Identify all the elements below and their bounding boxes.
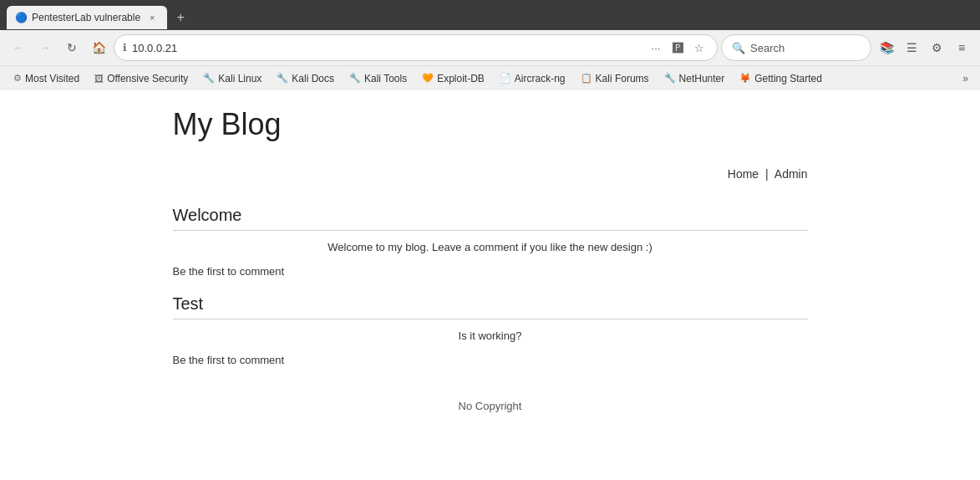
refresh-button[interactable]: ↻ [60, 36, 84, 59]
url-display: 10.0.0.21 [132, 42, 642, 54]
bookmarks-bar: ⚙ Most Visited 🖼 Offensive Security 🔧 Ka… [0, 65, 980, 90]
tab-bar: 🔵 PentesterLab vulnerable × + [0, 0, 980, 30]
nethunter-icon: 🔧 [664, 73, 676, 84]
new-tab-button[interactable]: + [170, 8, 190, 28]
post-test-comment: Be the first to comment [173, 354, 808, 366]
nethunter-label: NetHunter [679, 73, 725, 84]
getting-started-icon: 🦊 [739, 73, 751, 84]
post-welcome-title: Welcome [173, 206, 808, 231]
post-welcome: Welcome Welcome to my blog. Leave a comm… [173, 206, 808, 278]
page-content: My Blog Home | Admin Welcome Welcome to … [0, 90, 980, 480]
home-nav-link[interactable]: Home [728, 167, 759, 181]
most-visited-icon: ⚙ [13, 73, 22, 84]
bookmark-kali-docs[interactable]: 🔧 Kali Docs [270, 70, 341, 87]
nav-separator: | [765, 167, 769, 181]
kali-forums-icon: 📋 [581, 73, 592, 84]
back-button[interactable]: ← [7, 36, 30, 59]
post-welcome-body: Welcome to my blog. Leave a comment if y… [173, 241, 808, 253]
sidebar-button[interactable]: ☰ [900, 36, 923, 59]
getting-started-label: Getting Started [754, 73, 822, 84]
kali-tools-icon: 🔧 [349, 73, 361, 84]
bookmark-getting-started[interactable]: 🦊 Getting Started [733, 70, 829, 87]
kali-docs-icon: 🔧 [277, 73, 288, 84]
more-options-button[interactable]: ··· [647, 38, 665, 57]
bookmark-exploit-db[interactable]: 🧡 Exploit-DB [415, 70, 491, 87]
tab-favicon: 🔵 [15, 12, 27, 23]
blog-navigation: Home | Admin [173, 167, 808, 181]
post-test-title: Test [173, 294, 808, 319]
bookmarks-more-button[interactable]: » [957, 70, 973, 87]
address-actions: ··· 🅿 ☆ [647, 38, 708, 57]
bookmark-offensive-security[interactable]: 🖼 Offensive Security [88, 70, 195, 87]
kali-forums-label: Kali Forums [596, 73, 649, 84]
blog-container: My Blog Home | Admin Welcome Welcome to … [173, 90, 808, 437]
exploit-db-icon: 🧡 [422, 73, 434, 84]
bookmark-button[interactable]: ☆ [690, 38, 708, 57]
search-placeholder: Search [750, 42, 785, 54]
post-test: Test Is it working? Be the first to comm… [173, 294, 808, 366]
post-test-body: Is it working? [173, 329, 808, 342]
menu-button[interactable]: ≡ [950, 36, 973, 59]
bookmark-kali-forums[interactable]: 📋 Kali Forums [574, 70, 656, 87]
bookmark-kali-linux[interactable]: 🔧 Kali Linux [196, 70, 268, 87]
customize-button[interactable]: ⚙ [925, 36, 948, 59]
blog-title: My Blog [173, 107, 808, 151]
offensive-security-label: Offensive Security [107, 73, 188, 84]
most-visited-label: Most Visited [25, 73, 79, 84]
kali-linux-label: Kali Linux [218, 73, 262, 84]
bookmark-kali-tools[interactable]: 🔧 Kali Tools [343, 70, 414, 87]
aircrack-ng-icon: 📄 [500, 73, 511, 84]
kali-linux-icon: 🔧 [203, 73, 215, 84]
forward-button[interactable]: → [33, 36, 57, 59]
bookmark-aircrack-ng[interactable]: 📄 Aircrack-ng [493, 70, 572, 87]
address-bar[interactable]: ℹ 10.0.0.21 ··· 🅿 ☆ [114, 34, 718, 61]
bookmark-most-visited[interactable]: ⚙ Most Visited [7, 70, 86, 87]
library-button[interactable]: 📚 [875, 36, 898, 59]
nav-bar: ← → ↻ 🏠 ℹ 10.0.0.21 ··· 🅿 ☆ 🔍 Search 📚 ☰… [0, 30, 980, 65]
exploit-db-label: Exploit-DB [437, 73, 485, 84]
pocket-button[interactable]: 🅿 [668, 38, 687, 57]
offensive-security-icon: 🖼 [94, 74, 104, 84]
toolbar-buttons: 📚 ☰ ⚙ ≡ [875, 36, 973, 59]
search-icon: 🔍 [732, 42, 745, 54]
home-button[interactable]: 🏠 [87, 36, 110, 59]
aircrack-ng-label: Aircrack-ng [515, 73, 566, 84]
address-info-icon: ℹ [123, 42, 127, 54]
active-tab[interactable]: 🔵 PentesterLab vulnerable × [7, 6, 167, 29]
browser-chrome: 🔵 PentesterLab vulnerable × + ← → ↻ 🏠 ℹ … [0, 0, 980, 480]
search-bar[interactable]: 🔍 Search [721, 34, 871, 61]
bookmark-nethunter[interactable]: 🔧 NetHunter [658, 70, 732, 87]
blog-footer: No Copyright [173, 383, 808, 421]
tab-close-button[interactable]: × [145, 11, 159, 24]
tab-title: PentesterLab vulnerable [32, 12, 140, 23]
kali-docs-label: Kali Docs [292, 73, 334, 84]
post-welcome-comment: Be the first to comment [173, 265, 808, 278]
kali-tools-label: Kali Tools [364, 73, 407, 84]
admin-nav-link[interactable]: Admin [774, 167, 808, 181]
